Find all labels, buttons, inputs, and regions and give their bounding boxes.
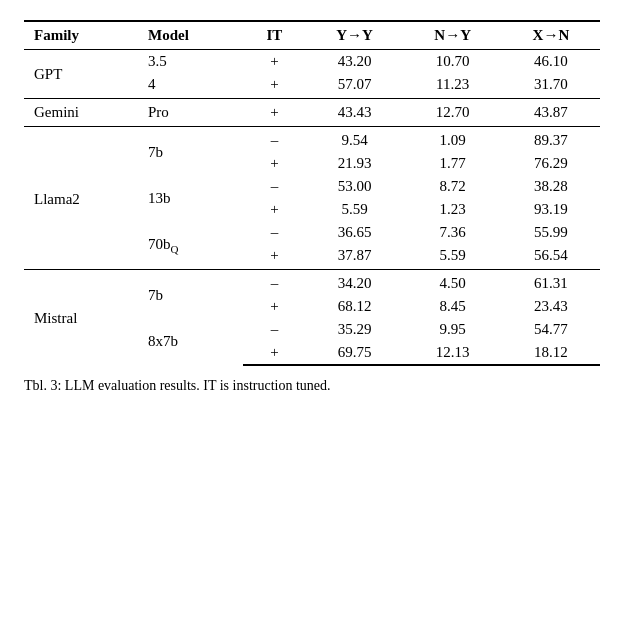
col-header-it: IT [243, 21, 305, 50]
cell-yy: 37.87 [305, 244, 403, 270]
cell-it: + [243, 50, 305, 74]
cell-xn: 56.54 [502, 244, 600, 270]
cell-it: + [243, 198, 305, 221]
cell-it: + [243, 99, 305, 127]
col-header-ny: N→Y [404, 21, 502, 50]
table-caption: Tbl. 3: LLM evaluation results. IT is in… [24, 376, 600, 396]
cell-ny: 10.70 [404, 50, 502, 74]
cell-xn: 61.31 [502, 270, 600, 296]
cell-family: Llama2 [24, 127, 138, 270]
cell-it: – [243, 175, 305, 198]
cell-ny: 1.09 [404, 127, 502, 153]
results-table: Family Model IT Y→Y N→Y X→N GPT3.5+43.20… [24, 20, 600, 366]
cell-it: + [243, 295, 305, 318]
cell-yy: 35.29 [305, 318, 403, 341]
cell-model: 8x7b [138, 318, 243, 365]
col-header-xn: X→N [502, 21, 600, 50]
cell-yy: 36.65 [305, 221, 403, 244]
cell-ny: 5.59 [404, 244, 502, 270]
table-container: Family Model IT Y→Y N→Y X→N GPT3.5+43.20… [24, 20, 600, 396]
cell-yy: 43.43 [305, 99, 403, 127]
cell-xn: 18.12 [502, 341, 600, 365]
cell-xn: 76.29 [502, 152, 600, 175]
cell-xn: 31.70 [502, 73, 600, 99]
cell-model: 13b [138, 175, 243, 221]
cell-xn: 38.28 [502, 175, 600, 198]
cell-yy: 21.93 [305, 152, 403, 175]
cell-it: – [243, 318, 305, 341]
table-row: Llama27b–9.541.0989.37 [24, 127, 600, 153]
cell-yy: 68.12 [305, 295, 403, 318]
cell-it: – [243, 221, 305, 244]
col-header-family: Family [24, 21, 138, 50]
col-header-yy: Y→Y [305, 21, 403, 50]
cell-it: – [243, 127, 305, 153]
cell-ny: 12.13 [404, 341, 502, 365]
cell-family: Mistral [24, 270, 138, 366]
cell-it: + [243, 73, 305, 99]
cell-ny: 12.70 [404, 99, 502, 127]
cell-ny: 8.72 [404, 175, 502, 198]
cell-xn: 54.77 [502, 318, 600, 341]
cell-it: + [243, 244, 305, 270]
cell-yy: 34.20 [305, 270, 403, 296]
cell-model: 7b [138, 270, 243, 319]
cell-xn: 55.99 [502, 221, 600, 244]
cell-yy: 57.07 [305, 73, 403, 99]
table-row: Mistral7b–34.204.5061.31 [24, 270, 600, 296]
cell-ny: 1.77 [404, 152, 502, 175]
cell-yy: 69.75 [305, 341, 403, 365]
cell-xn: 43.87 [502, 99, 600, 127]
cell-model: 7b [138, 127, 243, 176]
cell-xn: 46.10 [502, 50, 600, 74]
cell-ny: 7.36 [404, 221, 502, 244]
cell-xn: 23.43 [502, 295, 600, 318]
cell-ny: 1.23 [404, 198, 502, 221]
cell-it: – [243, 270, 305, 296]
cell-xn: 93.19 [502, 198, 600, 221]
cell-yy: 53.00 [305, 175, 403, 198]
cell-model: 3.5 [138, 50, 243, 74]
cell-yy: 5.59 [305, 198, 403, 221]
cell-family: Gemini [24, 99, 138, 127]
cell-it: + [243, 152, 305, 175]
cell-model: 70bQ [138, 221, 243, 270]
table-row: GPT3.5+43.2010.7046.10 [24, 50, 600, 74]
cell-ny: 9.95 [404, 318, 502, 341]
cell-xn: 89.37 [502, 127, 600, 153]
cell-ny: 4.50 [404, 270, 502, 296]
table-row: GeminiPro+43.4312.7043.87 [24, 99, 600, 127]
cell-model: Pro [138, 99, 243, 127]
cell-yy: 43.20 [305, 50, 403, 74]
cell-ny: 11.23 [404, 73, 502, 99]
cell-family: GPT [24, 50, 138, 99]
col-header-model: Model [138, 21, 243, 50]
cell-model: 4 [138, 73, 243, 99]
cell-ny: 8.45 [404, 295, 502, 318]
cell-yy: 9.54 [305, 127, 403, 153]
cell-it: + [243, 341, 305, 365]
